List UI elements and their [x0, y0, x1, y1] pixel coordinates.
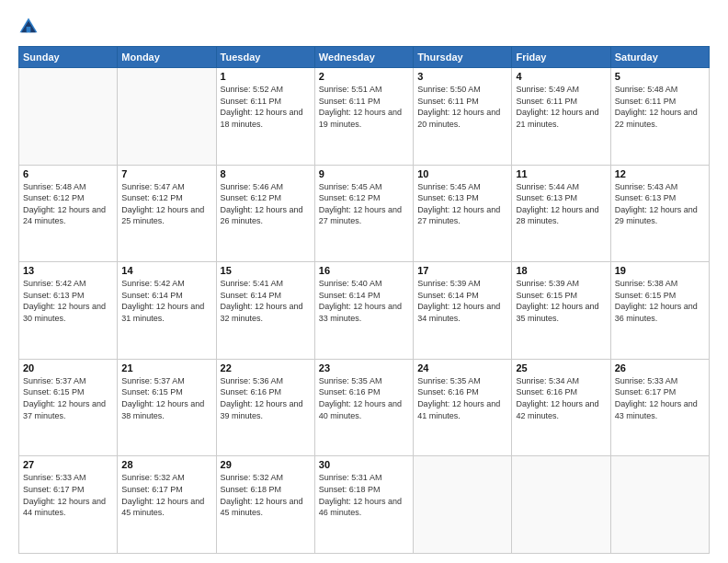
calendar-cell: 16Sunrise: 5:40 AMSunset: 6:14 PMDayligh… — [314, 262, 413, 360]
day-number: 18 — [516, 265, 606, 276]
day-info: Sunrise: 5:48 AMSunset: 6:11 PMDaylight:… — [615, 84, 705, 130]
day-info: Sunrise: 5:40 AMSunset: 6:14 PMDaylight:… — [319, 278, 409, 324]
calendar-cell: 23Sunrise: 5:35 AMSunset: 6:16 PMDayligh… — [314, 359, 413, 456]
calendar-cell — [610, 456, 709, 554]
logo-icon — [18, 17, 39, 37]
day-info: Sunrise: 5:50 AMSunset: 6:11 PMDaylight:… — [417, 84, 507, 130]
calendar-cell: 21Sunrise: 5:37 AMSunset: 6:15 PMDayligh… — [118, 359, 216, 456]
calendar-cell: 9Sunrise: 5:45 AMSunset: 6:12 PMDaylight… — [314, 165, 413, 262]
day-number: 8 — [221, 168, 311, 179]
day-number: 5 — [615, 71, 705, 82]
day-number: 10 — [417, 168, 507, 179]
day-number: 17 — [417, 265, 507, 276]
calendar-cell: 10Sunrise: 5:45 AMSunset: 6:13 PMDayligh… — [414, 165, 512, 262]
calendar-cell: 22Sunrise: 5:36 AMSunset: 6:16 PMDayligh… — [216, 359, 314, 456]
day-info: Sunrise: 5:45 AMSunset: 6:12 PMDaylight:… — [319, 181, 409, 227]
day-info: Sunrise: 5:39 AMSunset: 6:14 PMDaylight:… — [417, 278, 507, 324]
calendar-week-3: 13Sunrise: 5:42 AMSunset: 6:13 PMDayligh… — [19, 262, 710, 360]
calendar-cell: 17Sunrise: 5:39 AMSunset: 6:14 PMDayligh… — [414, 262, 512, 360]
calendar-cell: 18Sunrise: 5:39 AMSunset: 6:15 PMDayligh… — [512, 262, 610, 360]
day-info: Sunrise: 5:36 AMSunset: 6:16 PMDaylight:… — [221, 375, 311, 421]
day-number: 12 — [615, 168, 705, 179]
svg-rect-2 — [27, 27, 31, 32]
day-info: Sunrise: 5:33 AMSunset: 6:17 PMDaylight:… — [615, 375, 705, 421]
day-info: Sunrise: 5:32 AMSunset: 6:17 PMDaylight:… — [121, 472, 211, 518]
calendar-cell: 28Sunrise: 5:32 AMSunset: 6:17 PMDayligh… — [118, 456, 216, 554]
calendar-cell: 12Sunrise: 5:43 AMSunset: 6:13 PMDayligh… — [610, 165, 709, 262]
calendar-cell: 13Sunrise: 5:42 AMSunset: 6:13 PMDayligh… — [19, 262, 118, 360]
day-number: 26 — [615, 362, 705, 373]
calendar-cell: 14Sunrise: 5:42 AMSunset: 6:14 PMDayligh… — [118, 262, 216, 360]
day-info: Sunrise: 5:41 AMSunset: 6:14 PMDaylight:… — [221, 278, 311, 324]
calendar-cell: 6Sunrise: 5:48 AMSunset: 6:12 PMDaylight… — [19, 165, 118, 262]
day-info: Sunrise: 5:38 AMSunset: 6:15 PMDaylight:… — [615, 278, 705, 324]
day-number: 21 — [121, 362, 211, 373]
day-info: Sunrise: 5:42 AMSunset: 6:13 PMDaylight:… — [23, 278, 113, 324]
day-number: 3 — [417, 71, 507, 82]
header — [18, 17, 710, 37]
calendar-cell: 20Sunrise: 5:37 AMSunset: 6:15 PMDayligh… — [19, 359, 118, 456]
calendar-cell: 15Sunrise: 5:41 AMSunset: 6:14 PMDayligh… — [216, 262, 314, 360]
calendar-cell — [118, 68, 216, 166]
calendar-cell: 19Sunrise: 5:38 AMSunset: 6:15 PMDayligh… — [610, 262, 709, 360]
logo — [18, 17, 42, 37]
day-number: 2 — [319, 71, 409, 82]
day-number: 13 — [23, 265, 113, 276]
calendar-cell: 24Sunrise: 5:35 AMSunset: 6:16 PMDayligh… — [414, 359, 512, 456]
day-number: 7 — [121, 168, 211, 179]
day-number: 19 — [615, 265, 705, 276]
calendar-cell: 11Sunrise: 5:44 AMSunset: 6:13 PMDayligh… — [512, 165, 610, 262]
calendar-cell: 25Sunrise: 5:34 AMSunset: 6:16 PMDayligh… — [512, 359, 610, 456]
day-info: Sunrise: 5:45 AMSunset: 6:13 PMDaylight:… — [417, 181, 507, 227]
calendar-week-2: 6Sunrise: 5:48 AMSunset: 6:12 PMDaylight… — [19, 165, 710, 262]
day-number: 25 — [516, 362, 606, 373]
calendar-header-thursday: Thursday — [414, 47, 512, 68]
calendar-header-monday: Monday — [118, 47, 216, 68]
calendar-week-1: 1Sunrise: 5:52 AMSunset: 6:11 PMDaylight… — [19, 68, 710, 166]
calendar-cell: 1Sunrise: 5:52 AMSunset: 6:11 PMDaylight… — [216, 68, 314, 166]
day-info: Sunrise: 5:39 AMSunset: 6:15 PMDaylight:… — [516, 278, 606, 324]
calendar-cell: 27Sunrise: 5:33 AMSunset: 6:17 PMDayligh… — [19, 456, 118, 554]
calendar-header-row: SundayMondayTuesdayWednesdayThursdayFrid… — [19, 47, 710, 68]
day-info: Sunrise: 5:49 AMSunset: 6:11 PMDaylight:… — [516, 84, 606, 130]
calendar-cell: 4Sunrise: 5:49 AMSunset: 6:11 PMDaylight… — [512, 68, 610, 166]
day-info: Sunrise: 5:37 AMSunset: 6:15 PMDaylight:… — [121, 375, 211, 421]
day-info: Sunrise: 5:35 AMSunset: 6:16 PMDaylight:… — [319, 375, 409, 421]
day-number: 9 — [319, 168, 409, 179]
day-number: 27 — [23, 459, 113, 470]
day-info: Sunrise: 5:52 AMSunset: 6:11 PMDaylight:… — [221, 84, 311, 130]
day-number: 29 — [221, 459, 311, 470]
calendar-cell — [414, 456, 512, 554]
calendar-header-wednesday: Wednesday — [314, 47, 413, 68]
calendar-cell: 5Sunrise: 5:48 AMSunset: 6:11 PMDaylight… — [610, 68, 709, 166]
day-info: Sunrise: 5:42 AMSunset: 6:14 PMDaylight:… — [121, 278, 211, 324]
day-number: 11 — [516, 168, 606, 179]
day-number: 15 — [221, 265, 311, 276]
day-info: Sunrise: 5:44 AMSunset: 6:13 PMDaylight:… — [516, 181, 606, 227]
calendar-cell: 3Sunrise: 5:50 AMSunset: 6:11 PMDaylight… — [414, 68, 512, 166]
calendar-week-5: 27Sunrise: 5:33 AMSunset: 6:17 PMDayligh… — [19, 456, 710, 554]
day-number: 1 — [221, 71, 311, 82]
day-number: 4 — [516, 71, 606, 82]
day-number: 30 — [319, 459, 409, 470]
day-number: 20 — [23, 362, 113, 373]
day-info: Sunrise: 5:35 AMSunset: 6:16 PMDaylight:… — [417, 375, 507, 421]
day-info: Sunrise: 5:33 AMSunset: 6:17 PMDaylight:… — [23, 472, 113, 518]
calendar-header-friday: Friday — [512, 47, 610, 68]
day-info: Sunrise: 5:43 AMSunset: 6:13 PMDaylight:… — [615, 181, 705, 227]
day-info: Sunrise: 5:46 AMSunset: 6:12 PMDaylight:… — [221, 181, 311, 227]
calendar-table: SundayMondayTuesdayWednesdayThursdayFrid… — [18, 46, 710, 554]
day-number: 6 — [23, 168, 113, 179]
calendar-cell: 26Sunrise: 5:33 AMSunset: 6:17 PMDayligh… — [610, 359, 709, 456]
calendar-cell: 2Sunrise: 5:51 AMSunset: 6:11 PMDaylight… — [314, 68, 413, 166]
day-info: Sunrise: 5:32 AMSunset: 6:18 PMDaylight:… — [221, 472, 311, 518]
day-number: 23 — [319, 362, 409, 373]
calendar-cell — [19, 68, 118, 166]
page: SundayMondayTuesdayWednesdayThursdayFrid… — [0, 0, 728, 563]
day-info: Sunrise: 5:48 AMSunset: 6:12 PMDaylight:… — [23, 181, 113, 227]
day-info: Sunrise: 5:47 AMSunset: 6:12 PMDaylight:… — [121, 181, 211, 227]
day-info: Sunrise: 5:37 AMSunset: 6:15 PMDaylight:… — [23, 375, 113, 421]
day-number: 22 — [221, 362, 311, 373]
day-number: 28 — [121, 459, 211, 470]
day-number: 24 — [417, 362, 507, 373]
